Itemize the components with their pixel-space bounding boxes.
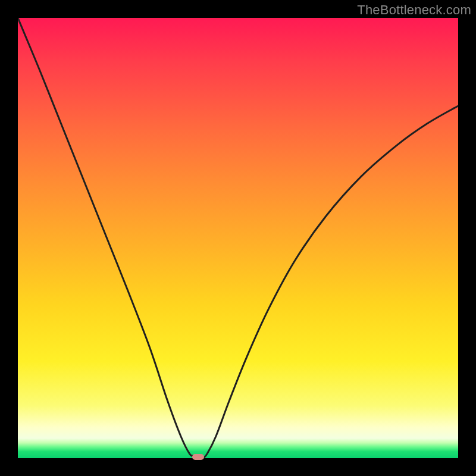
bottleneck-curve	[18, 18, 458, 458]
plot-area	[18, 18, 458, 458]
marker-bump	[192, 454, 204, 460]
watermark-text: TheBottleneck.com	[357, 2, 471, 18]
chart-frame: TheBottleneck.com	[0, 0, 476, 476]
